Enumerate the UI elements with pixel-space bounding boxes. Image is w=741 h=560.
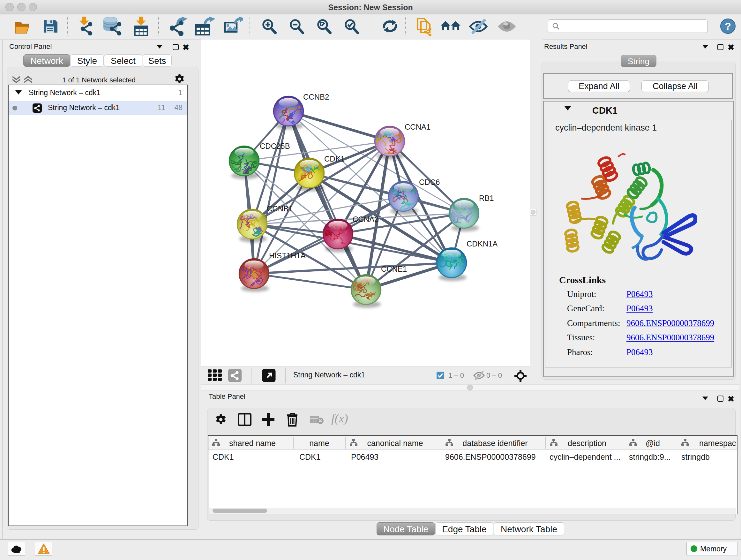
svg-text:CCNA1: CCNA1: [405, 123, 430, 131]
svg-text:CCNE1: CCNE1: [381, 265, 407, 273]
svg-text:RB1: RB1: [479, 194, 494, 202]
svg-text:CDC6: CDC6: [419, 178, 440, 186]
svg-text:CDKN1A: CDKN1A: [467, 240, 497, 248]
svg-text:HIST1H1A: HIST1H1A: [269, 251, 306, 260]
svg-text:CCNB2: CCNB2: [303, 92, 329, 101]
svg-text:CDK1: CDK1: [324, 154, 345, 163]
svg-text:CCNB1: CCNB1: [267, 204, 293, 213]
svg-text:CDC25B: CDC25B: [260, 142, 290, 150]
svg-text:CCNA2: CCNA2: [353, 215, 379, 224]
